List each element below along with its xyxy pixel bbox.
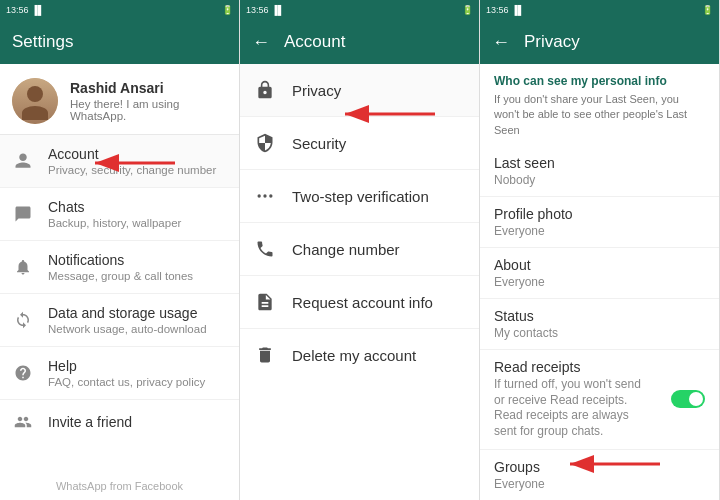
help-sub: FAQ, contact us, privacy policy <box>48 376 227 388</box>
account-icon <box>12 150 34 172</box>
lastseen-label: Last seen <box>494 155 705 171</box>
notifications-text: Notifications Message, group & call tone… <box>48 252 227 282</box>
account-title: Account <box>284 32 467 52</box>
profilephoto-value: Everyone <box>494 224 705 238</box>
panel-privacy: 13:56 ▐▌ 🔋 ← Privacy Who can see my pers… <box>480 0 720 500</box>
about-label: About <box>494 257 705 273</box>
changenumber-icon <box>254 238 276 260</box>
menu-item-chats[interactable]: Chats Backup, history, wallpaper <box>0 188 239 241</box>
battery-icon: 🔋 <box>222 5 233 15</box>
help-text: Help FAQ, contact us, privacy policy <box>48 358 227 388</box>
account-item-security[interactable]: Security <box>240 117 479 170</box>
signal-icon-3: ▐▌ <box>512 5 525 15</box>
read-receipts-toggle[interactable] <box>671 390 705 408</box>
readreceipts-label: Read receipts <box>494 359 671 375</box>
status-right-2: 🔋 <box>462 5 473 15</box>
svg-point-2 <box>258 194 261 197</box>
twostep-icon <box>254 185 276 207</box>
avatar-image <box>12 78 58 124</box>
account-item-twostep[interactable]: Two-step verification <box>240 170 479 223</box>
panel-settings: 13:56 ▐▌ 🔋 Settings Rashid Ansari Hey th… <box>0 0 240 500</box>
settings-panel: 13:56 ▐▌ 🔋 Settings Rashid Ansari Hey th… <box>0 0 240 500</box>
account-header: ← Account <box>240 20 479 64</box>
account-menu-list: Privacy Security Two-step verification C… <box>240 64 479 500</box>
svg-point-4 <box>269 194 272 197</box>
privacy-icon <box>254 79 276 101</box>
account-item-delete[interactable]: Delete my account <box>240 329 479 381</box>
about-value: Everyone <box>494 275 705 289</box>
account-panel: 13:56 ▐▌ 🔋 ← Account Privacy <box>240 0 480 500</box>
settings-header: Settings <box>0 20 239 64</box>
changenumber-label: Change number <box>292 241 400 258</box>
account-text: Account Privacy, security, change number <box>48 146 227 176</box>
account-item-requestinfo[interactable]: Request account info <box>240 276 479 329</box>
delete-label: Delete my account <box>292 347 416 364</box>
privacy-item-profilephoto[interactable]: Profile photo Everyone <box>480 197 719 248</box>
profile-info: Rashid Ansari Hey there! I am using What… <box>70 80 227 122</box>
status-right-3: 🔋 <box>702 5 713 15</box>
account-sub: Privacy, security, change number <box>48 164 227 176</box>
privacy-menu-list: Who can see my personal info If you don'… <box>480 64 719 500</box>
chats-label: Chats <box>48 199 227 215</box>
invite-label: Invite a friend <box>48 414 227 430</box>
chats-text: Chats Backup, history, wallpaper <box>48 199 227 229</box>
data-icon <box>12 309 34 331</box>
profile-status: Hey there! I am using WhatsApp. <box>70 98 227 122</box>
battery-icon-2: 🔋 <box>462 5 473 15</box>
profile-section[interactable]: Rashid Ansari Hey there! I am using What… <box>0 64 239 135</box>
requestinfo-icon <box>254 291 276 313</box>
profile-name: Rashid Ansari <box>70 80 227 96</box>
notifications-label: Notifications <box>48 252 227 268</box>
groups-value: Everyone <box>494 477 705 491</box>
menu-item-help[interactable]: Help FAQ, contact us, privacy policy <box>0 347 239 400</box>
privacy-section-header: Who can see my personal info <box>480 64 719 92</box>
status-bar-2: 13:56 ▐▌ 🔋 <box>240 0 479 20</box>
status-left-2: 13:56 ▐▌ <box>246 5 284 15</box>
notifications-sub: Message, group & call tones <box>48 270 227 282</box>
privacy-item-status[interactable]: Status My contacts <box>480 299 719 350</box>
avatar <box>12 78 58 124</box>
profilephoto-label: Profile photo <box>494 206 705 222</box>
settings-title: Settings <box>12 32 227 52</box>
status-bar-1: 13:56 ▐▌ 🔋 <box>0 0 239 20</box>
status-left-1: 13:56 ▐▌ <box>6 5 44 15</box>
invite-icon <box>12 411 34 433</box>
time-2: 13:56 <box>246 5 269 15</box>
account-label: Account <box>48 146 227 162</box>
privacy-title: Privacy <box>524 32 707 52</box>
menu-item-account[interactable]: Account Privacy, security, change number <box>0 135 239 188</box>
battery-icon-3: 🔋 <box>702 5 713 15</box>
readreceipts-value: If turned off, you won't send or receive… <box>494 377 654 439</box>
status-right-1: 🔋 <box>222 5 233 15</box>
footer-text: WhatsApp from Facebook <box>0 472 239 500</box>
privacy-item-groups[interactable]: Groups Everyone <box>480 450 719 500</box>
menu-item-data[interactable]: Data and storage usage Network usage, au… <box>0 294 239 347</box>
privacy-item-lastseen[interactable]: Last seen Nobody <box>480 146 719 197</box>
privacy-item-readreceipts[interactable]: Read receipts If turned off, you won't s… <box>480 350 719 449</box>
back-button-account[interactable]: ← <box>252 32 270 53</box>
time-1: 13:56 <box>6 5 29 15</box>
signal-icon: ▐▌ <box>32 5 45 15</box>
invite-text: Invite a friend <box>48 414 227 430</box>
security-label: Security <box>292 135 346 152</box>
security-icon <box>254 132 276 154</box>
requestinfo-label: Request account info <box>292 294 433 311</box>
groups-label: Groups <box>494 459 705 475</box>
lastseen-value: Nobody <box>494 173 705 187</box>
privacy-label: Privacy <box>292 82 341 99</box>
privacy-item-about[interactable]: About Everyone <box>480 248 719 299</box>
account-item-privacy[interactable]: Privacy <box>240 64 479 117</box>
back-button-privacy[interactable]: ← <box>492 32 510 53</box>
help-icon <box>12 362 34 384</box>
status-left-3: 13:56 ▐▌ <box>486 5 524 15</box>
twostep-label: Two-step verification <box>292 188 429 205</box>
data-label: Data and storage usage <box>48 305 227 321</box>
panel-account: 13:56 ▐▌ 🔋 ← Account Privacy <box>240 0 480 500</box>
menu-item-invite[interactable]: Invite a friend <box>0 400 239 444</box>
account-item-changenumber[interactable]: Change number <box>240 223 479 276</box>
privacy-header: ← Privacy <box>480 20 719 64</box>
data-text: Data and storage usage Network usage, au… <box>48 305 227 335</box>
signal-icon-2: ▐▌ <box>272 5 285 15</box>
menu-item-notifications[interactable]: Notifications Message, group & call tone… <box>0 241 239 294</box>
svg-point-3 <box>263 194 266 197</box>
